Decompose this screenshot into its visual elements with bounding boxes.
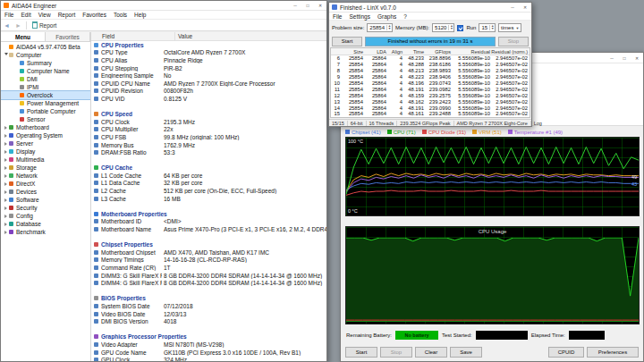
col-lda[interactable]: LDA <box>363 49 386 55</box>
legend-item[interactable]: CPU (71) <box>387 130 416 135</box>
grid-row[interactable]: L3 Cache 16 MB <box>91 195 326 203</box>
grid-row[interactable]: Motherboard Properties <box>91 210 326 218</box>
linx-titlebar[interactable]: Finished - LinX v0.7.0 ─✕ <box>329 3 531 13</box>
run-unit-dropdown[interactable]: times ▼ <box>498 23 521 32</box>
column-header-value[interactable]: Value <box>175 33 326 39</box>
grid-row[interactable]: CPU Clock 2195.3 MHz <box>91 118 326 126</box>
grid-row[interactable]: Memory Timings 14-16-16-28 (CL-RCD-RP-RA… <box>91 257 326 265</box>
grid-row[interactable]: L1 Code Cache 64 KB per core <box>91 172 326 180</box>
legend-item[interactable]: Temperature #1 (49) <box>508 130 563 135</box>
grid-row[interactable]: CPU Alias Pinnacle Ridge <box>91 56 326 64</box>
grid-row[interactable] <box>91 287 326 295</box>
grid-row[interactable]: CPUID CPU Name AMD Ryzen 7 2700X Eight-C… <box>91 80 326 88</box>
col-size[interactable]: Size <box>340 49 363 55</box>
legend-item[interactable]: CPU Diode (31) <box>422 130 466 135</box>
grid-row[interactable]: DIMM4: G Skill FlareX F4-320... 8 GB DDR… <box>91 279 326 287</box>
table-row[interactable]: 13 25854 25864 4 48.162 239.2423 5.55608… <box>331 98 530 105</box>
stability-button[interactable]: Clear <box>415 347 447 358</box>
expand-arrow-icon[interactable] <box>3 53 9 57</box>
menu-item[interactable]: File <box>329 13 345 20</box>
problem-size-spinner[interactable]: 25854 ▲▼ <box>367 23 393 32</box>
grid-row[interactable] <box>91 156 326 164</box>
tree-item[interactable]: Display <box>1 147 90 156</box>
tree-item[interactable]: Power Management <box>1 99 90 107</box>
grid-row[interactable]: Motherboard Name Asus Prime X470-Pro (3 … <box>91 225 326 233</box>
caption-button[interactable]: □ <box>618 53 631 63</box>
grid-row[interactable]: GPU Code Name GK110B (PCI Express 3.0 x1… <box>91 349 326 357</box>
grid-row[interactable]: Video BIOS Date 12/03/13 <box>91 310 326 318</box>
expand-arrow-icon[interactable] <box>3 126 9 130</box>
grid-row[interactable]: Video Adapter MSI N780Ti (MS-V298) <box>91 341 326 349</box>
table-row[interactable]: 6 25854 25864 4 48.233 238.8896 5.556089… <box>331 55 530 62</box>
table-row[interactable]: 7 25854 25864 4 48.288 238.6186 5.556089… <box>331 62 530 68</box>
grid-row[interactable]: CPU Stepping PiR-B2 <box>91 64 326 72</box>
table-row[interactable]: 12 25854 25864 4 48.159 239.2575 5.55608… <box>331 92 530 98</box>
expand-arrow-icon[interactable] <box>3 150 9 154</box>
expand-arrow-icon[interactable] <box>3 166 9 170</box>
grid-row[interactable]: System BIOS Date 07/12/2018 <box>91 302 326 310</box>
menu-item[interactable]: Tools <box>110 12 131 18</box>
grid-row[interactable] <box>91 202 326 210</box>
forward-icon[interactable]: ► <box>13 22 24 29</box>
linx-stop-button[interactable]: Stop <box>498 37 529 46</box>
sidebar-tab[interactable]: Favorites <box>46 32 90 41</box>
table-row[interactable]: 10 25854 25864 4 48.196 239.0743 5.55608… <box>331 80 530 87</box>
grid-row[interactable]: Command Rate (CR) 1T <box>91 264 326 272</box>
caption-button[interactable]: □ <box>301 1 314 10</box>
expand-arrow-icon[interactable] <box>3 215 9 218</box>
grid-row[interactable]: Graphics Processor Properties <box>91 333 326 341</box>
tree-item[interactable]: DirectX <box>1 180 90 188</box>
expand-arrow-icon[interactable] <box>3 198 9 202</box>
menu-item[interactable]: Report <box>55 12 80 18</box>
menu-item[interactable]: Favorites <box>79 12 110 18</box>
tree-item[interactable]: Config <box>1 212 90 220</box>
tree-item[interactable]: Operating System <box>1 131 90 139</box>
tree-item[interactable]: Summary <box>1 59 90 67</box>
grid-row[interactable]: CPU Type OctalCore AMD Ryzen 7 2700X <box>91 49 326 57</box>
tree-item[interactable]: Sensor <box>1 115 90 123</box>
table-row[interactable]: 11 25854 25864 4 48.191 239.0982 5.55608… <box>331 86 530 92</box>
table-row[interactable]: 8 25854 25864 4 48.213 238.9893 5.556089… <box>331 68 530 74</box>
tree-item[interactable]: Portable Computer <box>1 107 90 115</box>
aida64-titlebar[interactable]: AIDA64 Engineer ─□✕ <box>1 1 326 11</box>
grid-row[interactable]: Motherboard Chipset AMD X470, AMD Taisha… <box>91 248 326 257</box>
caption-button[interactable]: ✕ <box>519 3 531 12</box>
grid-row[interactable] <box>91 103 326 111</box>
stability-button[interactable]: Stop <box>380 347 412 358</box>
grid-row[interactable]: L1 Data Cache 32 KB per core <box>91 180 326 188</box>
grid-row[interactable]: CPU VID 0.8125 V <box>91 95 326 103</box>
grid-row[interactable]: Motherboard ID <DMI> <box>91 218 326 226</box>
grid-row[interactable] <box>91 325 326 333</box>
linx-start-button[interactable]: Start <box>332 37 362 46</box>
expand-arrow-icon[interactable] <box>3 182 9 186</box>
tree-item[interactable]: AIDA64 v5.97.4705 Beta <box>1 43 90 51</box>
menu-item[interactable]: Settings <box>345 13 374 20</box>
expand-arrow-icon[interactable] <box>3 206 9 210</box>
grid-row[interactable]: BIOS Properties <box>91 295 326 303</box>
grid-row[interactable]: GPU Clock 324 MHz <box>91 356 326 361</box>
grid-row[interactable]: Chipset Properties <box>91 240 326 248</box>
tree-item[interactable]: Multimedia <box>1 156 90 164</box>
expand-arrow-icon[interactable] <box>3 158 9 162</box>
col-gflops[interactable]: GFlops <box>424 49 451 55</box>
tree-item[interactable]: IPMI <box>1 83 90 91</box>
grid-row[interactable]: DIMM3: G Skill FlareX F4-320... 8 GB DDR… <box>91 272 326 280</box>
run-count-spinner[interactable]: 15 ▲▼ <box>479 23 496 32</box>
expand-arrow-icon[interactable] <box>3 174 9 178</box>
legend-item[interactable]: VRM (51) <box>472 130 502 135</box>
stability-button[interactable]: Start <box>345 347 377 358</box>
expand-arrow-icon[interactable] <box>3 142 9 146</box>
expand-arrow-icon[interactable] <box>3 190 9 194</box>
grid-row[interactable]: CPU Properties <box>91 41 326 49</box>
report-button[interactable]: Report <box>29 21 61 29</box>
col-time[interactable]: Time <box>402 49 424 55</box>
table-row[interactable]: 14 25854 25864 4 48.191 239.0990 5.55608… <box>331 105 530 111</box>
caption-button[interactable]: ─ <box>506 3 519 12</box>
caption-button[interactable]: ✕ <box>631 53 643 63</box>
table-row[interactable]: 15 25854 25864 4 48.161 239.2488 5.55608… <box>331 111 530 117</box>
grid-row[interactable]: Memory Bus 1762.9 MHz <box>91 141 326 149</box>
tree-item[interactable]: Server <box>1 139 90 147</box>
tree-item[interactable]: Overclock <box>1 91 90 99</box>
grid-row[interactable]: CPUID Revision 00800F82h <box>91 88 326 96</box>
back-icon[interactable]: ◄ <box>1 22 13 29</box>
